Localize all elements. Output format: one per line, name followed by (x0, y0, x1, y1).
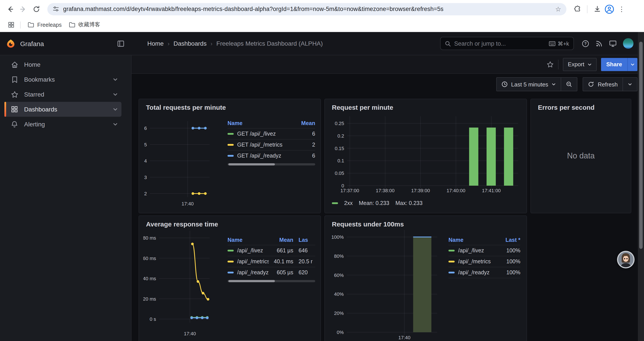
breadcrumb-dashboards[interactable]: Dashboards (174, 40, 206, 47)
legend-row[interactable]: GET /api/_/livez6 (228, 128, 315, 139)
legend-column-header[interactable]: Name (448, 237, 498, 243)
svg-text:17:40: 17:40 (184, 331, 196, 336)
legend-row[interactable]: /api/_/livez100% (448, 245, 520, 256)
svg-text:17:37:00: 17:37:00 (340, 188, 359, 193)
panel-avg-response-time: Average response time 80 ms60 ms40 ms20 … (138, 215, 321, 341)
bookmark-label: Freeleaps (37, 22, 62, 28)
legend-row[interactable]: /api/_/readyz100% (448, 267, 520, 278)
help-icon[interactable]: ? (582, 40, 589, 47)
svg-text:?: ? (584, 41, 587, 46)
chevron-down-icon[interactable] (113, 92, 118, 97)
sidebar-item-label: Dashboards (24, 106, 57, 113)
time-range-picker[interactable]: Last 5 minutes (497, 78, 561, 91)
profile-avatar-icon[interactable] (604, 4, 614, 14)
legend-series-name[interactable]: 2xx (344, 200, 353, 206)
sidebar-item-label: Alerting (24, 121, 45, 128)
favorite-star-icon[interactable] (547, 61, 554, 68)
panel-errors-per-second: Errors per second No data (530, 99, 631, 213)
refresh-interval-chevron[interactable] (622, 78, 637, 91)
sidebar-item-dashboards[interactable]: Dashboards (4, 102, 122, 117)
sidebar-item-bookmarks[interactable]: Bookmarks (4, 72, 122, 87)
reload-icon[interactable] (30, 3, 43, 16)
sidebar-toggle-icon[interactable] (117, 40, 124, 47)
chevron-down-icon (588, 62, 592, 67)
chart-request-per-minute[interactable]: 0.250.20.150.10.05017:37:0017:38:0017:39… (332, 112, 521, 198)
legend-row[interactable]: GET /api/_/readyz6 (228, 150, 315, 161)
chevron-down-icon (628, 82, 632, 87)
time-controls: Last 5 minutes Refresh (496, 77, 638, 91)
site-settings-icon[interactable] (52, 6, 59, 12)
legend-row[interactable]: /api/_/readyz605 µs620 (228, 267, 315, 278)
search-shortcut: ⌘+k (549, 40, 569, 47)
legend-scrollbar[interactable] (228, 280, 315, 282)
page-scrollbar[interactable] (638, 32, 644, 341)
svg-text:80%: 80% (334, 253, 344, 259)
forward-icon[interactable] (17, 3, 30, 16)
panel-title[interactable]: Requests under 100ms (325, 216, 526, 228)
sidebar-item-label: Home (24, 61, 40, 68)
scrollbar-thumb[interactable] (639, 42, 643, 249)
legend-mean: Mean: 0.233 (359, 200, 389, 206)
sidebar-item-alerting[interactable]: Alerting (4, 117, 122, 132)
svg-text:40 ms: 40 ms (143, 276, 156, 281)
legend-row[interactable]: /api/_/livez661 µs646 (228, 245, 315, 256)
back-icon[interactable] (4, 3, 17, 16)
search-input[interactable]: Search or jump to... ⌘+k (440, 37, 574, 50)
zoom-out-button[interactable] (561, 78, 577, 91)
chevron-down-icon[interactable] (113, 77, 118, 82)
legend-inline[interactable]: 2xx Mean: 0.233 Max: 0.233 (332, 199, 526, 207)
series-color-pill (228, 261, 234, 262)
bookmark-folder-freeleaps[interactable]: Freeleaps (24, 20, 65, 30)
chart-avg-response-time[interactable]: 80 ms60 ms40 ms20 ms0 s17:40 (143, 228, 227, 341)
bookmark-star-icon[interactable]: ☆ (555, 5, 561, 13)
svg-text:17:39:00: 17:39:00 (411, 188, 430, 193)
svg-text:3: 3 (144, 175, 147, 180)
legend-row[interactable]: /api/_/metrics100% (448, 256, 520, 267)
legend-row[interactable]: /api/_/metrics40.1 ms20.5 r (228, 256, 315, 267)
panel-title[interactable]: Total requests per minute (139, 99, 320, 112)
legend-scrollbar[interactable] (228, 163, 315, 165)
bookmark-folder-blogs[interactable]: 收藏博客 (65, 19, 104, 30)
refresh-button[interactable]: Refresh (583, 78, 622, 91)
svg-text:6: 6 (144, 126, 147, 131)
series-color-pill (448, 261, 454, 262)
legend-column-header[interactable]: Name (228, 237, 269, 243)
svg-text:0 s: 0 s (150, 316, 156, 322)
chevron-down-icon (630, 62, 635, 67)
clock-icon (502, 81, 508, 87)
news-rss-icon[interactable] (595, 40, 603, 47)
legend-column-header[interactable]: Name (228, 120, 297, 126)
user-avatar[interactable] (623, 38, 634, 49)
chart-requests-under-100ms[interactable]: 100%80%60%40%20%0%17:40 (332, 228, 443, 341)
sidebar-item-home[interactable]: Home (4, 57, 122, 72)
chevron-down-icon[interactable] (113, 122, 118, 127)
svg-text:0.1: 0.1 (337, 158, 344, 163)
legend-column-header[interactable]: Las (293, 237, 315, 243)
series-color-pill (228, 272, 234, 273)
kiosk-monitor-icon[interactable] (609, 40, 617, 47)
floating-assistant-avatar[interactable] (617, 251, 635, 269)
legend-row[interactable]: GET /api/_/metrics2 (228, 139, 315, 150)
panel-title[interactable]: Average response time (139, 216, 320, 228)
legend-column-header[interactable]: Mean (297, 120, 315, 126)
chart-total-requests[interactable]: 6543217:40 (143, 112, 227, 207)
extensions-icon[interactable] (572, 3, 583, 15)
address-bar[interactable]: grafana.mathmast.com/d/deytv4rwavabkb/fr… (47, 3, 566, 15)
legend-column-header[interactable]: Mean (269, 237, 293, 243)
breadcrumb-home[interactable]: Home (147, 40, 164, 47)
browser-menu-icon[interactable]: ⋮ (616, 3, 627, 15)
chevron-down-icon[interactable] (113, 107, 118, 112)
downloads-icon[interactable] (592, 3, 603, 15)
export-button[interactable]: Export (563, 58, 597, 71)
svg-text:0.2: 0.2 (337, 133, 344, 139)
share-menu-chevron[interactable] (627, 58, 638, 71)
apps-grid-icon[interactable] (5, 19, 17, 31)
breadcrumb: Home › Dashboards › Freeleaps Metrics Da… (147, 40, 323, 47)
share-button[interactable]: Share (601, 58, 627, 71)
panel-title[interactable]: Request per minute (325, 99, 526, 112)
bookmarks-bar: Freeleaps 收藏博客 (0, 18, 644, 32)
legend-column-header[interactable]: Last * (498, 237, 520, 243)
sidebar-item-starred[interactable]: Starred (4, 87, 122, 102)
grafana-logo-icon[interactable] (6, 39, 15, 48)
url-text[interactable]: grafana.mathmast.com/d/deytv4rwavabkb/fr… (63, 6, 555, 12)
